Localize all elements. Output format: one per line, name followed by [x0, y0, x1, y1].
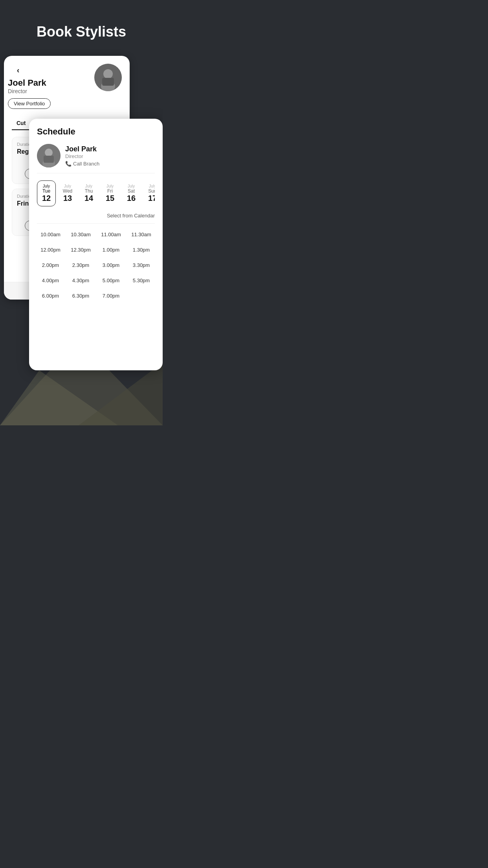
time-slot[interactable]: 3.00pm — [97, 261, 125, 270]
date-number: 12 — [42, 194, 51, 203]
date-number: 17 — [148, 194, 155, 203]
schedule-card: Schedule Joel Park Director 📞 Call Branc… — [29, 119, 163, 370]
date-number: 14 — [84, 194, 93, 203]
time-slot[interactable]: 12.30pm — [67, 245, 94, 254]
phone-icon: 📞 — [65, 161, 72, 167]
time-slot[interactable]: 5.00pm — [97, 276, 125, 285]
time-slot[interactable]: 12.00pm — [37, 245, 64, 254]
date-item-sun17[interactable]: July Sun 17 — [143, 180, 155, 206]
date-number: 15 — [106, 194, 114, 203]
schedule-stylist-row: Joel Park Director 📞 Call Branch — [37, 144, 155, 173]
date-month: July — [43, 184, 50, 188]
schedule-title: Schedule — [37, 127, 155, 137]
date-item-thu14[interactable]: July Thu 14 — [79, 180, 98, 206]
time-slot[interactable]: 4.30pm — [67, 276, 94, 285]
portfolio-button[interactable]: View Portfolio — [8, 98, 51, 109]
date-selector: July Tue 12 July Wed 13 July Thu 14 July… — [37, 180, 155, 208]
date-day: Tue — [42, 188, 50, 194]
profile-card-header: ‹ Joel Park Director View Portfolio — [12, 64, 122, 109]
time-slot[interactable]: 10.00am — [37, 230, 64, 239]
time-slots-grid: 10.00am 10.30am 11.00am 11.30am 12.00pm … — [37, 230, 155, 300]
call-label: Call Branch — [73, 161, 99, 167]
stylist-info: Joel Park Director View Portfolio — [8, 78, 51, 109]
date-item-wed13[interactable]: July Wed 13 — [58, 180, 77, 206]
date-number: 13 — [63, 194, 72, 203]
svg-rect-6 — [102, 78, 114, 86]
tab-cut[interactable]: Cut — [12, 117, 30, 130]
date-month: July — [64, 184, 71, 188]
time-slot[interactable]: 10.30am — [67, 230, 94, 239]
time-slot[interactable]: 4.00pm — [37, 276, 64, 285]
date-day: Fri — [107, 188, 113, 194]
schedule-stylist-info: Joel Park Director 📞 Call Branch — [65, 145, 99, 167]
page-title: Book Stylists — [37, 24, 126, 40]
cards-container: ‹ Joel Park Director View Portfolio Cut … — [0, 56, 163, 410]
date-month: July — [128, 184, 135, 188]
time-slot[interactable]: 2.30pm — [67, 261, 94, 270]
time-slot-empty — [128, 291, 155, 300]
date-day: Thu — [85, 188, 93, 194]
avatar — [94, 64, 122, 91]
date-month: July — [106, 184, 114, 188]
date-month: July — [149, 184, 155, 188]
svg-point-4 — [103, 69, 113, 79]
date-item-tue12[interactable]: July Tue 12 — [37, 180, 56, 206]
time-slot[interactable]: 6.00pm — [37, 291, 64, 300]
date-item-fri15[interactable]: July Fri 15 — [101, 180, 119, 206]
svg-rect-10 — [44, 156, 54, 163]
schedule-avatar — [37, 144, 61, 167]
time-slot[interactable]: 1.00pm — [97, 245, 125, 254]
date-month: July — [85, 184, 92, 188]
schedule-stylist-name: Joel Park — [65, 145, 99, 153]
time-slot[interactable]: 6.30pm — [67, 291, 94, 300]
date-number: 16 — [127, 194, 136, 203]
time-slot[interactable]: 1.30pm — [128, 245, 155, 254]
time-slot[interactable]: 7.00pm — [97, 291, 125, 300]
stylist-name: Joel Park — [8, 78, 51, 88]
time-slot[interactable]: 5.30pm — [128, 276, 155, 285]
svg-point-8 — [45, 149, 53, 156]
date-item-sat16[interactable]: July Sat 16 — [122, 180, 141, 206]
time-slot[interactable]: 11.30am — [128, 230, 155, 239]
time-slot[interactable]: 3.30pm — [128, 261, 155, 270]
date-day: Wed — [63, 188, 72, 194]
stylist-title: Director — [8, 88, 51, 94]
date-day: Sat — [128, 188, 135, 194]
time-slot[interactable]: 2.00pm — [37, 261, 64, 270]
back-button[interactable]: ‹ — [12, 64, 24, 76]
date-day: Sun — [148, 188, 155, 194]
schedule-stylist-title: Director — [65, 153, 99, 159]
time-slot[interactable]: 11.00am — [97, 230, 125, 239]
select-from-calendar[interactable]: Select from Calendar — [37, 213, 155, 224]
schedule-call: 📞 Call Branch — [65, 161, 99, 167]
